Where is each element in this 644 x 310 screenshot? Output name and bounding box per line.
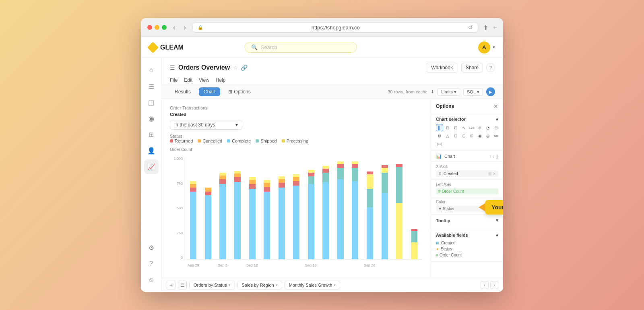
chart-type-bar[interactable]: ▌ xyxy=(436,124,443,131)
bar-group-13[interactable] xyxy=(378,157,392,259)
menu-item-edit[interactable]: Edit xyxy=(184,76,192,85)
tab-list-button[interactable]: ☰ xyxy=(178,281,187,289)
url-text: https://shopgleam.co xyxy=(206,25,466,31)
refresh-icon[interactable]: ↺ xyxy=(468,24,473,31)
sidebar-item-list[interactable]: ☰ xyxy=(144,79,159,93)
x-axis-pill[interactable]: 🗓 Created ⊞ ✕ xyxy=(436,170,498,177)
run-button[interactable]: ▶ xyxy=(486,87,495,96)
sidebar-item-user[interactable]: 👤 xyxy=(144,143,159,158)
chart-type-table[interactable]: ⊞ xyxy=(492,124,500,131)
tab-results[interactable]: Results xyxy=(170,87,196,96)
bar-group-11[interactable] xyxy=(348,157,362,259)
tab-options[interactable]: ⊞ Options xyxy=(223,87,255,96)
sheet-tab-sales[interactable]: Sales by Region ▾ xyxy=(237,281,282,289)
toolbar-right: 30 rows, from cache ⬇ Limits ▾ SQL ▾ ▶ xyxy=(388,87,495,96)
bar-group-3[interactable] xyxy=(231,157,245,259)
share-button[interactable]: Share xyxy=(461,63,483,72)
field-status[interactable]: ✦ Status xyxy=(436,246,498,252)
field-created[interactable]: 🗓 Created xyxy=(436,240,498,246)
add-tab-button[interactable]: + xyxy=(167,281,175,289)
chart-type-area[interactable]: △ xyxy=(444,132,451,139)
chevron-down-icon[interactable]: ▾ xyxy=(496,218,498,223)
link-icon[interactable]: 🔗 xyxy=(241,64,248,71)
workbook-button[interactable]: Workbook xyxy=(426,63,458,72)
search-bar[interactable]: 🔍 Search xyxy=(244,42,357,53)
sidebar-item-clipboard[interactable]: ◫ xyxy=(144,95,159,110)
sidebar-item-chart[interactable]: 📈 xyxy=(144,159,159,174)
close-button[interactable] xyxy=(147,25,152,30)
sidebar-item-home[interactable]: ⌂ xyxy=(144,63,159,77)
legend-processing: Processing xyxy=(282,138,308,143)
hamburger-icon[interactable]: ☰ xyxy=(170,64,175,71)
panel-close-button[interactable]: ✕ xyxy=(493,103,498,110)
chart-selector-grid: ▌ ⊟ ⊡ ∿ 123 ⊕ ◔ ⊞ ⊠ △ ⊟ xyxy=(436,124,498,147)
address-bar[interactable]: 🔒 https://shopgleam.co ↺ xyxy=(192,22,478,33)
chart-type-bar3[interactable]: ⊡ xyxy=(452,124,459,131)
star-icon[interactable]: ☆ xyxy=(233,64,238,71)
bar-group-9[interactable] xyxy=(319,157,333,259)
chart-type-bar2[interactable]: ⊟ xyxy=(444,124,451,131)
bar-group-7[interactable] xyxy=(289,157,303,259)
chart-type-more[interactable]: (…) xyxy=(436,140,443,147)
download-icon[interactable]: ⬇ xyxy=(431,89,434,95)
chart-type-pie[interactable]: ◔ xyxy=(484,124,491,131)
sidebar-item-exit[interactable]: ⎋ xyxy=(144,273,159,287)
minimize-button[interactable] xyxy=(155,25,159,30)
forward-button[interactable]: › xyxy=(182,23,188,33)
bar-group-10[interactable] xyxy=(334,157,348,259)
chart-type-scatter[interactable]: ⊠ xyxy=(436,132,443,139)
sidebar-item-grid[interactable]: ⊞ xyxy=(144,127,159,142)
chart-type-num[interactable]: 123 xyxy=(468,124,475,131)
sidebar-item-eye[interactable]: ◉ xyxy=(144,111,159,126)
date-select[interactable]: In the past 30 days ▾ xyxy=(170,120,242,130)
next-tab-button[interactable]: › xyxy=(490,281,498,289)
bar-group-8[interactable] xyxy=(304,157,318,259)
bar-group-4[interactable] xyxy=(245,157,259,259)
bar-group-5[interactable] xyxy=(260,157,274,259)
bar-group-14[interactable] xyxy=(392,157,407,259)
filter-label: Order Transactions xyxy=(170,105,423,110)
user-avatar[interactable]: A xyxy=(478,41,490,54)
bar-group-15[interactable] xyxy=(407,157,421,259)
star-icon: ✦ xyxy=(436,247,439,251)
bar-group-1[interactable] xyxy=(201,157,215,259)
share-icon[interactable]: ⬆ xyxy=(483,24,488,31)
chevron-down-icon: ▾ xyxy=(235,122,238,128)
x-label-8: Sep 19 xyxy=(305,263,317,267)
bar-group-6[interactable] xyxy=(275,157,289,259)
chevron-up-icon[interactable]: ▴ xyxy=(496,116,498,122)
tab-chart[interactable]: Chart xyxy=(199,87,220,96)
bar-group-0[interactable] xyxy=(186,157,200,259)
sidebar-item-help[interactable]: ? xyxy=(144,256,159,271)
chart-type-heatmap[interactable]: ⊞ xyxy=(468,132,475,139)
x-axis-remove[interactable]: ⊞ ✕ xyxy=(488,172,496,176)
limits-button[interactable]: Limits ▾ xyxy=(438,88,460,96)
bar-group-12[interactable] xyxy=(363,157,377,259)
chart-type-geo[interactable]: ◉ xyxy=(476,132,483,139)
chevron-down-icon[interactable]: ▾ xyxy=(493,45,495,50)
prev-tab-button[interactable]: ‹ xyxy=(481,281,489,289)
field-order-count[interactable]: # Order Count xyxy=(436,252,498,258)
chart-type-funnel[interactable]: ⬡ xyxy=(460,132,467,139)
sheet-tab-growth[interactable]: Monthly Sales Growth ▾ xyxy=(285,281,341,289)
menu-item-view[interactable]: View xyxy=(199,76,209,85)
chart-type-combo[interactable]: ⊟ xyxy=(452,132,459,139)
options-panel: Options ✕ Chart selector ▴ ▌ ⊟ xyxy=(431,99,503,278)
back-button[interactable]: ‹ xyxy=(171,23,177,33)
chart-section-actions[interactable]: ↑ ↕ {} xyxy=(489,154,498,159)
left-axis-pill[interactable]: # Order Count xyxy=(436,188,498,194)
sidebar-item-settings[interactable]: ⚙ xyxy=(144,240,159,255)
menu-item-help[interactable]: Help xyxy=(216,76,226,85)
help-circle-button[interactable]: ? xyxy=(486,63,495,72)
bar-group-2[interactable] xyxy=(216,157,230,259)
menu-item-file[interactable]: File xyxy=(170,76,178,85)
chart-type-text[interactable]: Aa xyxy=(492,132,500,139)
chart-type-line[interactable]: ∿ xyxy=(460,124,467,131)
maximize-button[interactable] xyxy=(162,25,167,30)
chart-type-map[interactable]: ⊕ xyxy=(476,124,483,131)
chart-type-donut[interactable]: ◎ xyxy=(484,132,491,139)
sql-button[interactable]: SQL ▾ xyxy=(463,88,483,96)
chevron-up-icon[interactable]: ▴ xyxy=(496,232,498,238)
sheet-tab-orders[interactable]: Orders by Status ▾ xyxy=(189,281,235,289)
new-tab-icon[interactable]: + xyxy=(493,24,497,31)
